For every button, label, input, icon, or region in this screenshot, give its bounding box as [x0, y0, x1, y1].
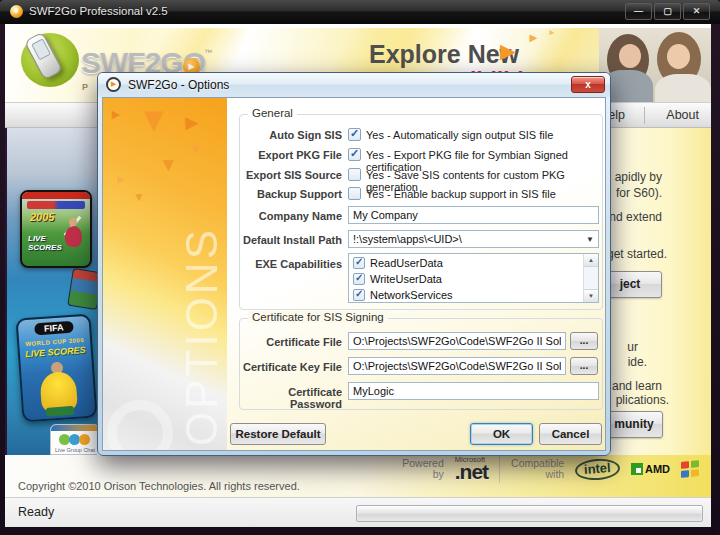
- fifa-brand: FIFA: [34, 321, 74, 336]
- scroll-up-icon[interactable]: ▲: [584, 254, 598, 267]
- windows-logo: [681, 460, 699, 478]
- install-path-combobox[interactable]: !:\system\apps\<UID>\ ▼: [348, 230, 599, 248]
- amd-logo: AMD: [631, 463, 670, 475]
- brand-logos: Poweredby Microsoft .net Compatiblewith …: [402, 456, 699, 482]
- arrow-right-icon: ►: [115, 172, 127, 186]
- dialog-form: General Auto Sign SIS Yes - Automaticall…: [227, 98, 605, 450]
- page-text-fragment: ide.: [628, 355, 647, 369]
- close-icon[interactable]: ✕: [683, 3, 710, 20]
- dialog-title: SWF2Go - Options: [128, 78, 229, 92]
- certificate-password-input[interactable]: [348, 382, 599, 400]
- app-window: SWF2Go Professional v2.5 — ▢ ✕ SWF2GO ▶ …: [0, 0, 720, 535]
- chat-caption: Live Group Chat: [51, 447, 97, 453]
- footer: Poweredby Microsoft .net Compatiblewith …: [5, 455, 711, 497]
- decor-circle: [107, 400, 173, 450]
- arrow-down-icon: ▼: [189, 142, 202, 157]
- certificate-key-label: Certificate Key File: [240, 361, 342, 373]
- sidebar-collage: 2005 LIVE SCORES FIFA WORLD CUP 2006 LIV…: [5, 128, 97, 455]
- certificate-password-label: Certificate Password: [240, 386, 342, 410]
- list-scrollbar[interactable]: ▲ ▼: [583, 254, 598, 302]
- ok-button[interactable]: OK: [470, 423, 533, 445]
- logo-trademark: ™: [204, 48, 212, 57]
- capability-checkbox[interactable]: [353, 289, 365, 301]
- certificate-key-input[interactable]: [348, 357, 566, 375]
- window-controls: — ▢ ✕: [625, 3, 710, 20]
- progress-bar: [356, 505, 703, 522]
- group-general-legend: General: [248, 107, 297, 119]
- exe-capabilities-list[interactable]: ReadUserData WriteUserData NetworkServic…: [348, 253, 599, 303]
- export-pkg-checkbox[interactable]: [348, 148, 361, 161]
- cricket-caption: LIVE SCORES: [28, 234, 62, 252]
- capability-label: NetworkServices: [370, 289, 453, 301]
- options-dialog: SWF2Go - Options x ► ▼ ► ▼ ▼ ► ▼ OPTIONS…: [97, 72, 611, 456]
- cancel-button[interactable]: Cancel: [539, 423, 602, 445]
- fifa-caption: LIVE SCORES: [20, 345, 92, 360]
- certificate-file-browse-button[interactable]: ...: [570, 332, 598, 350]
- page-text-fragment: apidly by: [615, 170, 662, 184]
- restore-default-button[interactable]: Restore Default: [230, 423, 326, 445]
- auto-sign-checkbox[interactable]: [348, 128, 361, 141]
- dialog-body: ► ▼ ► ▼ ▼ ► ▼ OPTIONS General Auto Sign …: [102, 97, 606, 451]
- arrow-right-icon: ►: [181, 110, 203, 136]
- community-button[interactable]: munity: [605, 411, 663, 438]
- fifa-app-thumbnail: FIFA WORLD CUP 2006 LIVE SCORES: [15, 314, 97, 423]
- backup-label: Backup Support: [240, 188, 342, 200]
- arrow-right-icon: ►: [109, 106, 123, 122]
- page-text-fragment: plications.: [616, 393, 669, 407]
- certificate-key-browse-button[interactable]: ...: [570, 357, 598, 375]
- company-name-label: Company Name: [240, 210, 342, 222]
- amd-icon: [631, 463, 643, 475]
- powered-by-label: Poweredby: [402, 458, 443, 480]
- menu-item-about[interactable]: About: [666, 108, 699, 122]
- page-text-fragment: nd extend: [609, 210, 662, 224]
- logo-divider: [499, 455, 500, 483]
- capability-label: ReadUserData: [370, 257, 443, 269]
- chevron-down-icon[interactable]: ▼: [586, 235, 594, 244]
- intel-logo: intel: [575, 457, 621, 481]
- maximize-icon[interactable]: ▢: [654, 3, 681, 20]
- install-path-value: !:\system\apps\<UID>\: [353, 233, 462, 245]
- window-title: SWF2Go Professional v2.5: [29, 5, 168, 17]
- backup-caption: Yes - Enable backup support in SIS file: [366, 188, 556, 200]
- install-path-label: Default Install Path: [240, 234, 342, 246]
- group-certificate-legend: Certificate for SIS Signing: [248, 311, 388, 323]
- arrow-right-icon: ►: [527, 30, 540, 45]
- backup-checkbox[interactable]: [348, 187, 361, 200]
- copyright-text: Copyright ©2010 Orison Technologies. All…: [18, 480, 300, 492]
- export-pkg-label: Export PKG File: [240, 149, 342, 161]
- certificate-file-label: Certificate File: [240, 336, 342, 348]
- auto-sign-caption: Yes - Automatically sign output SIS file: [366, 129, 553, 141]
- group-general: General Auto Sign SIS Yes - Automaticall…: [239, 114, 603, 310]
- cricket-app-thumbnail: 2005 LIVE SCORES: [20, 190, 92, 268]
- arrow-down-icon: ▼: [133, 190, 145, 204]
- cricket-year: 2005: [30, 211, 54, 223]
- auto-sign-label: Auto Sign SIS: [240, 129, 342, 141]
- chat-app-thumbnail: Live Group Chat: [50, 424, 97, 455]
- app-icon: [10, 5, 23, 18]
- status-text: Ready: [18, 505, 54, 519]
- arrow-down-icon: ▼: [159, 154, 178, 176]
- menu-divider: [644, 107, 645, 124]
- compatible-with-label: Compatiblewith: [511, 458, 564, 480]
- window-titlebar[interactable]: SWF2Go Professional v2.5 — ▢ ✕: [0, 0, 720, 24]
- dialog-close-icon[interactable]: x: [571, 76, 605, 93]
- mini-thumbnail: [67, 268, 97, 310]
- capability-checkbox[interactable]: [353, 257, 365, 269]
- page-text-fragment: and learn: [612, 379, 662, 393]
- dialog-titlebar[interactable]: SWF2Go - Options x: [98, 73, 610, 97]
- minimize-icon[interactable]: —: [625, 3, 652, 20]
- dialog-side-art: ► ▼ ► ▼ ▼ ► ▼ OPTIONS: [103, 98, 227, 450]
- arrow-right-icon: ►: [495, 36, 521, 67]
- options-watermark: OPTIONS: [177, 227, 227, 446]
- scroll-down-icon[interactable]: ▼: [584, 289, 598, 302]
- certificate-file-input[interactable]: [348, 332, 566, 350]
- export-sis-checkbox[interactable]: [348, 168, 361, 181]
- banner-photo: [599, 28, 711, 102]
- page-text-fragment: ur: [627, 340, 638, 354]
- company-name-input[interactable]: [348, 206, 599, 224]
- arrow-down-icon: ▼: [137, 100, 171, 139]
- capability-checkbox[interactable]: [353, 273, 365, 285]
- arrow-right-icon: ►: [548, 28, 556, 37]
- page-text-fragment: for S60).: [616, 186, 662, 200]
- dotnet-logo: Microsoft .net: [455, 455, 488, 484]
